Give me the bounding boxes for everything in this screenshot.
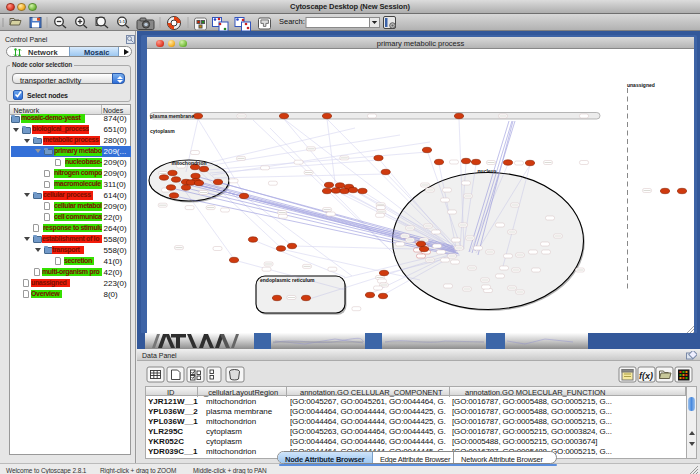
svg-text:unassigned: unassigned: [627, 82, 655, 88]
svg-text:endoplasmic reticulum: endoplasmic reticulum: [260, 277, 315, 283]
svg-text:1:1: 1:1: [119, 19, 126, 24]
svg-text:plasma membrane: plasma membrane: [150, 113, 194, 119]
svg-text:Search:: Search:: [279, 17, 305, 26]
svg-text:mitochondrion: mitochondrion: [172, 160, 207, 166]
svg-text:cytoplasm: cytoplasm: [150, 128, 175, 134]
svg-text:nucleus: nucleus: [478, 168, 497, 174]
svg-text:f(x): f(x): [639, 371, 653, 381]
